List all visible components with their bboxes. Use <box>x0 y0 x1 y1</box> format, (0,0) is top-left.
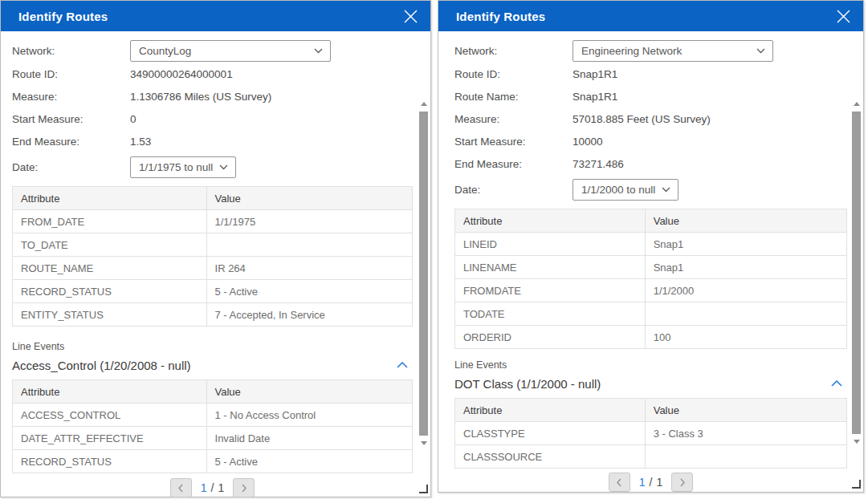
page-separator: / <box>211 481 214 494</box>
date-select[interactable]: 1/1/2000 to null <box>573 179 679 201</box>
table-row: FROM_DATE 1/1/1975 <box>13 210 413 233</box>
chevron-down-icon <box>219 164 228 170</box>
attr-cell: ORDERID <box>455 326 646 349</box>
event-attribute-table: Attribute Value CLASSTYPE 3 - Class 3 CL… <box>454 398 847 469</box>
field-value: 34900000264000001 <box>130 68 233 80</box>
attr-cell: FROMDATE <box>455 279 646 302</box>
window-header[interactable]: Identify Routes <box>1 1 430 31</box>
current-page: 1 <box>201 481 207 494</box>
chevron-right-icon <box>679 478 686 487</box>
value-cell: 5 - Active <box>206 280 412 303</box>
value-cell: Snap1 <box>645 256 846 279</box>
event-group-heading-row[interactable]: DOT Class (1/1/2000 - null) <box>454 375 847 392</box>
event-group-heading: Access_Control (1/20/2008 - null) <box>12 359 191 372</box>
date-row: Date: 1/1/1975 to null <box>12 154 413 180</box>
network-select-value: CountyLog <box>139 45 191 57</box>
scrollbar-down-arrow-icon[interactable] <box>854 440 860 444</box>
prev-page-button[interactable] <box>609 473 630 492</box>
field-value: 73271.486 <box>573 158 624 170</box>
next-page-button[interactable] <box>671 473 693 492</box>
table-row: CLASSSOURCE <box>455 445 847 469</box>
table-header-row: Attribute Value <box>455 209 847 233</box>
network-select[interactable]: CountyLog <box>130 40 331 62</box>
collapse-toggle[interactable] <box>397 362 408 368</box>
scrollbar-down-arrow-icon[interactable] <box>421 441 427 445</box>
next-page-button[interactable] <box>233 478 255 497</box>
network-row: Network: CountyLog <box>12 39 413 63</box>
date-label: Date: <box>454 184 573 196</box>
attr-cell: LINEID <box>455 233 646 256</box>
info-row: Route ID: 34900000264000001 <box>12 63 413 85</box>
resize-handle-icon[interactable] <box>852 480 861 489</box>
column-header: Value <box>645 209 846 233</box>
scrollbar <box>852 102 861 444</box>
table-row: RECORD_STATUS 5 - Active <box>13 280 413 303</box>
line-events-label: Line Events <box>454 359 847 371</box>
field-label: Route ID: <box>454 68 573 80</box>
table-row: RECORD_STATUS 5 - Active <box>13 450 413 473</box>
attr-cell: DATE_ATTR_EFFECTIVE <box>13 427 207 450</box>
chevron-left-icon <box>616 478 622 487</box>
info-row: Start Measure: 10000 <box>454 130 847 152</box>
attr-cell: TODATE <box>455 302 646 326</box>
line-events-label: Line Events <box>12 340 413 353</box>
date-select[interactable]: 1/1/1975 to null <box>130 156 236 178</box>
scrollbar-thumb[interactable] <box>852 112 861 434</box>
total-pages: 1 <box>656 476 662 489</box>
field-value: 0 <box>130 113 137 125</box>
network-label: Network: <box>12 45 130 57</box>
field-label: Measure: <box>12 91 130 103</box>
network-select[interactable]: Engineering Network <box>573 40 773 62</box>
chevron-up-icon <box>831 380 842 387</box>
scrollbar-up-arrow-icon[interactable] <box>421 102 427 106</box>
collapse-toggle[interactable] <box>831 380 842 387</box>
table-row: ROUTE_NAME IR 264 <box>13 257 413 280</box>
scrollbar-thumb[interactable] <box>419 112 428 436</box>
table-header-row: Attribute Value <box>13 380 413 404</box>
attr-cell: LINENAME <box>455 256 646 279</box>
route-attribute-table: Attribute Value FROM_DATE 1/1/1975 TO_DA… <box>12 186 413 327</box>
page-indicator: 1 / 1 <box>639 476 662 489</box>
column-header: Attribute <box>455 209 646 233</box>
table-row: LINEID Snap1 <box>455 233 847 256</box>
info-row: Start Measure: 0 <box>12 108 413 130</box>
value-cell: Snap1 <box>645 233 846 256</box>
table-row: ENTITY_STATUS 7 - Accepted, In Service <box>13 303 413 327</box>
value-cell: IR 264 <box>206 257 412 280</box>
value-cell: 7 - Accepted, In Service <box>206 303 412 327</box>
attr-cell: RECORD_STATUS <box>13 280 207 303</box>
field-label: Start Measure: <box>12 113 130 125</box>
close-icon <box>837 10 850 23</box>
chevron-down-icon <box>756 48 765 54</box>
resize-handle-icon[interactable] <box>419 485 428 493</box>
value-cell <box>645 302 846 326</box>
identify-routes-window-right: Identify Routes Network: Engineering Net… <box>438 0 864 493</box>
column-header: Attribute <box>13 187 207 210</box>
date-row: Date: 1/1/2000 to null <box>454 176 847 202</box>
column-header: Attribute <box>455 399 646 422</box>
event-attribute-table: Attribute Value ACCESS_CONTROL 1 - No Ac… <box>12 379 413 473</box>
close-button[interactable] <box>835 8 851 24</box>
value-cell: 3 - Class 3 <box>645 422 846 445</box>
event-group-heading-row[interactable]: Access_Control (1/20/2008 - null) <box>12 356 413 374</box>
info-row: Route ID: Snap1R1 <box>454 63 847 85</box>
info-row: End Measure: 1.53 <box>12 130 413 152</box>
field-label: Route Name: <box>454 91 573 103</box>
field-value: 57018.885 Feet (US Survey) <box>573 113 711 125</box>
attr-cell: RECORD_STATUS <box>13 450 207 473</box>
current-page: 1 <box>639 476 646 489</box>
prev-page-button[interactable] <box>170 478 192 497</box>
date-select-value: 1/1/2000 to null <box>581 184 655 196</box>
network-row: Network: Engineering Network <box>454 39 847 63</box>
table-row: DATE_ATTR_EFFECTIVE Invalid Date <box>13 427 413 450</box>
pagination: 1 / 1 <box>454 473 847 492</box>
scrollbar-up-arrow-icon[interactable] <box>854 102 860 106</box>
table-row: ORDERID 100 <box>455 326 847 349</box>
pagination: 1 / 1 <box>12 478 413 497</box>
window-header[interactable]: Identify Routes <box>438 1 863 31</box>
table-row: FROMDATE 1/1/2000 <box>455 279 847 302</box>
panel-content: Network: CountyLog Route ID: 34900000264… <box>1 31 413 497</box>
attr-cell: CLASSSOURCE <box>455 445 646 469</box>
close-button[interactable] <box>402 8 418 24</box>
scrollbar <box>419 102 428 445</box>
